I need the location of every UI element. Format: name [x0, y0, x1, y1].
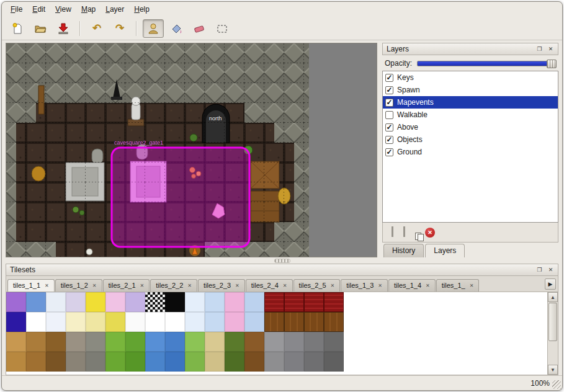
menu-edit[interactable]: Edit: [27, 3, 50, 16]
tileset-tile[interactable]: [46, 332, 66, 352]
close-tab-icon[interactable]: ✕: [187, 283, 192, 288]
tileset-tile[interactable]: [185, 292, 205, 312]
close-tab-icon[interactable]: ✕: [45, 283, 49, 288]
tileset-tile[interactable]: [264, 292, 284, 312]
new-file-button[interactable]: [7, 19, 28, 38]
layer-visibility-checkbox[interactable]: ✓: [385, 136, 393, 144]
tileset-tab-tiles_2_2[interactable]: tiles_2_2✕: [150, 279, 197, 292]
tileset-tile[interactable]: [145, 312, 165, 332]
close-tab-icon[interactable]: ✕: [331, 283, 335, 288]
menu-layer[interactable]: Layer: [101, 3, 129, 16]
tileset-tile[interactable]: [145, 332, 165, 352]
redo-button[interactable]: ↷: [109, 19, 130, 38]
tileset-tile[interactable]: [225, 332, 244, 352]
tileset-tile[interactable]: [304, 292, 324, 312]
stamp-tool-button[interactable]: [143, 19, 164, 38]
tileset-tile[interactable]: [125, 292, 145, 312]
opacity-slider[interactable]: [417, 61, 556, 66]
tileset-tile[interactable]: [264, 332, 284, 352]
menu-view[interactable]: View: [50, 3, 76, 16]
tileset-tile[interactable]: [304, 312, 324, 332]
tileset-tile[interactable]: [225, 352, 244, 372]
tileset-tile[interactable]: [145, 352, 165, 372]
menu-map[interactable]: Map: [76, 3, 101, 16]
tileset-tile[interactable]: [66, 312, 86, 332]
open-button[interactable]: [30, 19, 51, 38]
opacity-slider-handle[interactable]: [547, 60, 557, 68]
tileset-tab-tiles_1_3[interactable]: tiles_1_3✕: [341, 279, 388, 292]
tileset-tile[interactable]: [66, 292, 86, 312]
eraser-tool-button[interactable]: [189, 19, 210, 38]
dock-tab-history[interactable]: History: [383, 244, 424, 257]
tileset-tile[interactable]: [46, 312, 66, 332]
tileset-tile[interactable]: [105, 332, 125, 352]
tileset-tile[interactable]: [284, 312, 304, 332]
tileset-tile[interactable]: [26, 352, 46, 372]
tileset-tile[interactable]: [125, 332, 145, 352]
tileset-tile[interactable]: [205, 332, 225, 352]
tileset-tile[interactable]: [264, 352, 284, 372]
tileset-tile[interactable]: [244, 352, 264, 372]
layer-visibility-checkbox[interactable]: [385, 111, 393, 119]
layer-row-ground[interactable]: ✓Ground: [383, 146, 558, 158]
close-panel-button[interactable]: ✕: [546, 45, 555, 54]
layer-row-keys[interactable]: ✓Keys: [383, 71, 558, 84]
delete-layer-button[interactable]: ✕: [425, 228, 435, 238]
tileset-tile[interactable]: [26, 312, 46, 332]
tileset-tile[interactable]: [105, 312, 125, 332]
tileset-tile[interactable]: [86, 292, 105, 312]
tileset-tab-tiles_2_4[interactable]: tiles_2_4✕: [246, 279, 293, 292]
tileset-tile[interactable]: [165, 312, 185, 332]
tileset-tile[interactable]: [225, 292, 244, 312]
close-tab-icon[interactable]: ✕: [140, 283, 145, 288]
tileset-tile[interactable]: [26, 332, 46, 352]
close-tab-icon[interactable]: ✕: [426, 283, 430, 288]
close-tab-icon[interactable]: ✕: [235, 283, 239, 288]
scroll-down-button[interactable]: ▼: [548, 365, 558, 375]
tileset-tile[interactable]: [6, 312, 26, 332]
scroll-tabs-right-button[interactable]: ▶: [545, 278, 556, 290]
tileset-tile[interactable]: [185, 312, 205, 332]
tileset-tile[interactable]: [244, 292, 264, 312]
tileset-tile[interactable]: [324, 312, 344, 332]
tileset-tile[interactable]: [284, 292, 304, 312]
tileset-tab-tiles_2_1[interactable]: tiles_2_1✕: [103, 279, 150, 292]
tileset-tile[interactable]: [165, 332, 185, 352]
fill-tool-button[interactable]: [166, 19, 187, 38]
scrollbar-thumb[interactable]: [548, 303, 557, 341]
tileset-tile[interactable]: [66, 332, 86, 352]
tileset-tab-tiles_1_2[interactable]: tiles_1_2✕: [55, 279, 102, 292]
layer-row-mapevents[interactable]: ✓Mapevents: [383, 96, 558, 109]
tileset-tile[interactable]: [125, 352, 145, 372]
layer-visibility-checkbox[interactable]: ✓: [385, 86, 393, 94]
scroll-up-button[interactable]: ▲: [548, 292, 558, 302]
tileset-tab-tiles_1_4[interactable]: tiles_1_4✕: [388, 279, 436, 292]
tileset-tile[interactable]: [244, 312, 264, 332]
layer-visibility-checkbox[interactable]: ✓: [385, 74, 393, 82]
tileset-tile[interactable]: [6, 292, 26, 312]
tileset-tile[interactable]: [205, 292, 225, 312]
tileset-tile[interactable]: [86, 312, 105, 332]
tileset-tile[interactable]: [185, 352, 205, 372]
tileset-tile[interactable]: [105, 292, 125, 312]
tileset-tile[interactable]: [205, 312, 225, 332]
layer-visibility-checkbox[interactable]: ✓: [385, 123, 393, 131]
tileset-tab-tiles_1_1[interactable]: tiles_1_1✕: [7, 279, 55, 292]
tileset-tile[interactable]: [225, 312, 244, 332]
menu-help[interactable]: Help: [129, 3, 154, 16]
layer-visibility-checkbox[interactable]: ✓: [385, 99, 393, 107]
move-layer-up-button[interactable]: [392, 228, 393, 237]
tileset-tile[interactable]: [284, 352, 304, 372]
save-button[interactable]: [53, 19, 74, 38]
tileset-tile[interactable]: [165, 292, 185, 312]
tileset-tile[interactable]: [26, 292, 46, 312]
close-tab-icon[interactable]: ✕: [283, 283, 287, 288]
tileset-tile[interactable]: [165, 352, 185, 372]
tileset-tile[interactable]: [304, 352, 324, 372]
close-tab-icon[interactable]: ✕: [470, 283, 474, 288]
float-panel-button[interactable]: ❐: [535, 265, 544, 275]
float-panel-button[interactable]: ❐: [535, 45, 544, 54]
map-canvas[interactable]: cavesquare2_gate1 north: [6, 43, 377, 257]
tileset-tile[interactable]: [324, 292, 344, 312]
panel-splitter[interactable]: [2, 257, 562, 264]
